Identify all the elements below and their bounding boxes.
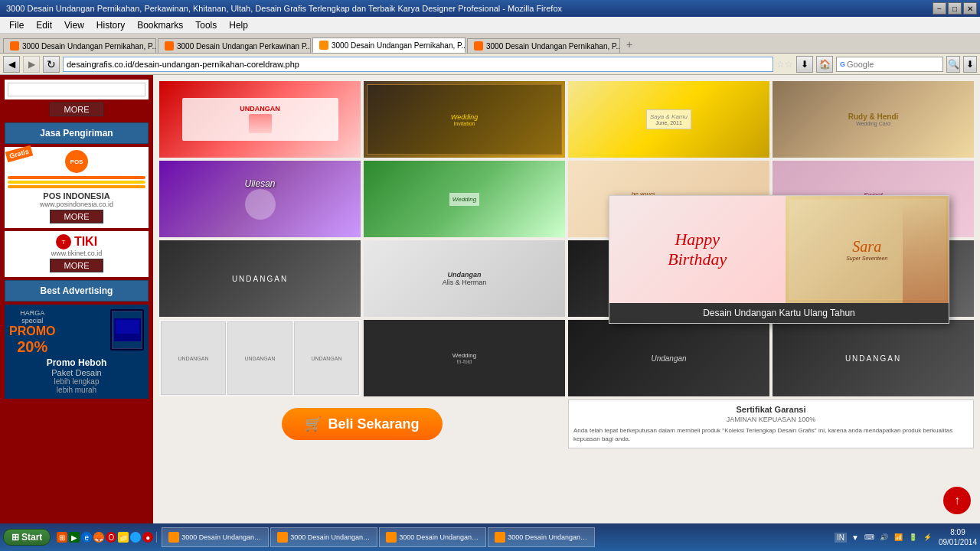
tooltip-overlay[interactable]: HappyBirthday Sara Super Seventeen Desai…: [609, 195, 949, 324]
taskbar-item-2-icon: [277, 532, 288, 543]
sidebar-more-btn-1[interactable]: MORE: [50, 103, 103, 116]
grid-image-3[interactable]: Saya & Kamu June, 2011: [568, 81, 769, 158]
tab-favicon-4: [474, 41, 483, 51]
tab-1[interactable]: 3000 Desain Undangan Pernikahan, P... ✕: [3, 38, 156, 53]
taskbar-ie-icon[interactable]: e: [81, 532, 92, 543]
promo-label: PROMO: [9, 324, 55, 338]
buy-button[interactable]: 🛒 Beli Sekarang: [282, 408, 442, 440]
taskbar-item-1-label: 3000 Desain Undangan Pernikahan, P...: [181, 533, 262, 541]
bookmark-star-button[interactable]: ⬇: [963, 56, 977, 73]
sidebar-search-input[interactable]: [8, 83, 145, 96]
window-title: 3000 Desain Undangan Pernikahan, Perkawi…: [3, 4, 562, 13]
taskbar-network-icon[interactable]: 🌐: [130, 532, 141, 543]
taskbar-red-icon[interactable]: ●: [142, 532, 153, 543]
address-input[interactable]: [67, 60, 769, 69]
sys-tray: IN ▼ ⌨ 🔊 📶 🔋 ⚡: [835, 531, 934, 543]
taskbar-item-1[interactable]: 3000 Desain Undangan Pernikahan, P...: [162, 527, 269, 547]
tiki-logo: TIKI: [74, 235, 97, 249]
menu-tools[interactable]: Tools: [189, 18, 223, 32]
tab-4[interactable]: 3000 Desain Undangan Pernikahan, P... ✕: [467, 38, 620, 53]
new-tab-button[interactable]: +: [622, 36, 637, 53]
pos-name: POS INDONESIA: [8, 191, 145, 201]
grid-image-2[interactable]: Wedding Invitation: [364, 81, 565, 158]
tab-2[interactable]: 3000 Desain Undangan Perkawinan P... ✕: [158, 38, 311, 53]
menu-view[interactable]: View: [58, 18, 90, 32]
download-button[interactable]: ⬇: [796, 56, 813, 73]
tiki-sub: www.tikinet.co.id: [8, 249, 145, 257]
home-button[interactable]: 🏠: [816, 56, 833, 73]
address-input-wrap[interactable]: [63, 57, 773, 72]
grid-image-13[interactable]: UNDANGAN UNDANGAN UNDANGAN: [159, 320, 361, 396]
menu-history[interactable]: History: [90, 18, 131, 32]
clock-time: 8:09: [939, 527, 977, 537]
taskbar-folder-icon[interactable]: 📁: [118, 532, 129, 543]
reload-button[interactable]: ↻: [43, 56, 60, 73]
taskbar-right: IN ▼ ⌨ 🔊 📶 🔋 ⚡ 8:09 09/01/2014: [835, 527, 977, 547]
promo-desc2: lebih murah: [9, 386, 144, 394]
grid-image-10[interactable]: Undangan Alis & Herman: [364, 240, 565, 317]
tooltip-image: HappyBirthday Sara Super Seventeen: [609, 196, 949, 303]
forward-button[interactable]: ▶: [23, 56, 40, 73]
grid-image-1[interactable]: UNDANGAN: [159, 81, 361, 158]
locale-indicator: IN: [835, 533, 847, 543]
jasa-pengiriman-banner: Jasa Pengiriman: [5, 122, 149, 144]
buy-label: Beli Sekarang: [328, 416, 419, 432]
bookmark-stars[interactable]: ☆☆: [776, 59, 793, 70]
promo-ad[interactable]: HARGA special PROMO 20% Promo Heboh Pake…: [5, 305, 149, 399]
tray-icon-network[interactable]: 📶: [893, 531, 905, 543]
sidebar-more-btn-3[interactable]: MORE: [50, 259, 103, 272]
sidebar-more-btn-2[interactable]: MORE: [50, 210, 103, 223]
grid-image-5[interactable]: Uliesan: [159, 161, 361, 237]
grid-image-16[interactable]: UNDANGAN: [773, 320, 974, 396]
grid-image-4[interactable]: Rudy & Hendi Wedding Card: [773, 81, 974, 158]
taskbar: ⊞ Start ⊞ ▶ e 🦊 O 📁 🌐 ● 3000 Desain Unda…: [0, 523, 980, 551]
taskbar-item-4-icon: [495, 532, 505, 543]
menu-bookmarks[interactable]: Bookmarks: [131, 18, 189, 32]
taskbar-opera-icon[interactable]: O: [106, 532, 116, 543]
maximize-button[interactable]: □: [948, 2, 962, 15]
menu-edit[interactable]: Edit: [30, 18, 58, 32]
tray-icon-sound[interactable]: 🔊: [878, 531, 890, 543]
taskbar-firefox-icon[interactable]: 🦊: [93, 532, 104, 543]
taskbar-item-4[interactable]: 3000 Desain Undangan Pernikahan, P...: [488, 527, 595, 547]
close-button[interactable]: ✕: [963, 2, 977, 15]
tab-3-label: 3000 Desain Undangan Pernikahan, P...: [332, 41, 466, 50]
tab-3[interactable]: 3000 Desain Undangan Pernikahan, P... ✕: [312, 37, 466, 53]
minimize-button[interactable]: −: [933, 2, 946, 15]
tab-1-label: 3000 Desain Undangan Pernikahan, P...: [22, 42, 156, 51]
grid-image-14[interactable]: Wedding tri-fold: [364, 320, 565, 396]
promo-special: special: [9, 317, 55, 324]
tray-icon-keyboard[interactable]: ⌨: [864, 531, 876, 543]
pos-indonesia-ad[interactable]: Gratis POS POS INDONESIA www.posindonesi…: [5, 147, 149, 228]
menu-help[interactable]: Help: [223, 18, 254, 32]
search-button[interactable]: 🔍: [946, 56, 960, 73]
window-controls: − □ ✕: [933, 2, 977, 15]
taskbar-item-2[interactable]: 3000 Desain Undangan Pernikahan, P...: [270, 527, 377, 547]
sertifikat-title: Sertifikat Garansi: [573, 405, 969, 414]
back-button[interactable]: ◀: [3, 56, 20, 73]
taskbar-media-icon[interactable]: ▶: [69, 532, 80, 543]
tooltip-img-left: HappyBirthday: [609, 196, 786, 303]
promo-desc1: lebih lengkap: [9, 377, 144, 386]
tray-icon-1[interactable]: ▼: [849, 531, 861, 543]
menu-file[interactable]: File: [3, 18, 30, 32]
grid-image-9[interactable]: UNDANGAN: [159, 240, 361, 317]
taskbar-item-3-icon: [386, 532, 397, 543]
back-to-top-button[interactable]: ↑: [943, 487, 971, 514]
tab-2-label: 3000 Desain Undangan Perkawinan P...: [177, 42, 311, 51]
tray-icon-battery[interactable]: 🔋: [907, 531, 920, 543]
tooltip-caption: Desain Undangan Kartu Ulang Tahun: [609, 303, 949, 323]
grid-image-6[interactable]: Wedding: [364, 161, 565, 237]
tray-icon-power[interactable]: ⚡: [922, 531, 934, 543]
taskbar-item-3[interactable]: 3000 Desain Undangan Perkawinan P...: [379, 527, 486, 547]
sidebar-input-wrap: [5, 80, 149, 99]
search-input[interactable]: [847, 60, 923, 69]
tiki-ad[interactable]: T TIKI www.tikinet.co.id MORE: [5, 231, 149, 277]
taskbar-windows-icon[interactable]: ⊞: [57, 532, 67, 543]
buy-section: 🛒 Beli Sekarang: [159, 399, 565, 448]
taskbar-clock[interactable]: 8:09 09/01/2014: [939, 527, 977, 547]
grid-image-15[interactable]: Undangan: [568, 320, 769, 396]
search-wrap[interactable]: G: [836, 57, 943, 72]
sertifikat-sub: JAMINAN KEPUASAN 100%: [573, 416, 969, 423]
start-button[interactable]: ⊞ Start: [3, 529, 51, 546]
